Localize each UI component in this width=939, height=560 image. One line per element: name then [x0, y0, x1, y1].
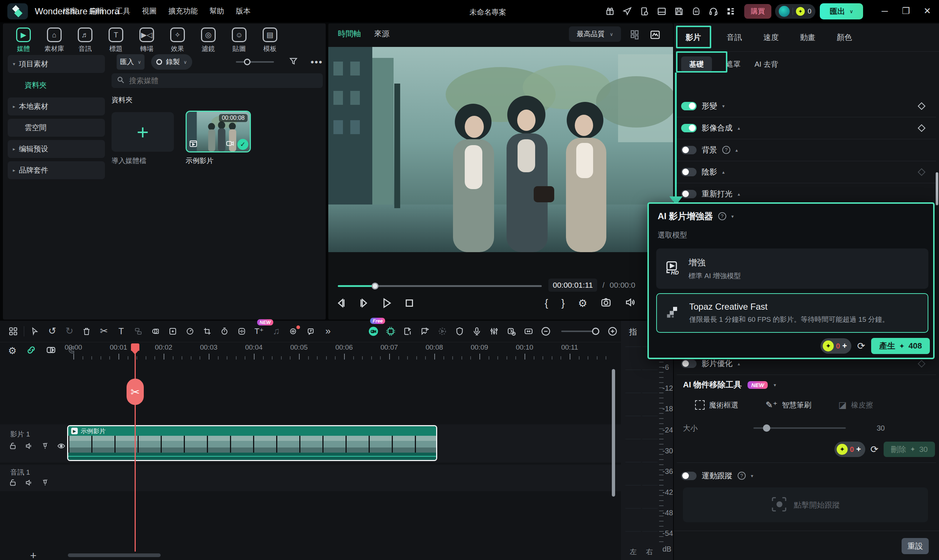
next-frame-button[interactable] [358, 297, 370, 311]
auto-ripple-icon[interactable] [26, 345, 36, 357]
relight-toggle[interactable] [681, 190, 697, 198]
keyframe-icon[interactable] [918, 102, 925, 109]
pause-shield-icon[interactable] [688, 6, 705, 16]
more-options-icon[interactable]: ••• [311, 57, 323, 68]
tool-eraser[interactable]: ◪橡皮擦 [839, 400, 873, 410]
generate-button[interactable]: 產生 ✦ 408 [871, 338, 930, 354]
tab-templates[interactable]: ▤模板 [254, 28, 285, 53]
keyframe-icon[interactable] [918, 360, 925, 367]
redo-icon[interactable]: ↻ [61, 325, 78, 337]
speed-tool-icon[interactable] [182, 327, 199, 336]
audio-detach-icon[interactable]: ♫ [268, 325, 285, 337]
enhancer-credits-pill[interactable]: ✦0+ [820, 338, 851, 354]
menu-help[interactable]: 幫助 [204, 6, 230, 16]
play-button[interactable] [380, 297, 393, 311]
headset-icon[interactable] [705, 6, 722, 16]
timeline-clip[interactable]: ▶ 示例影片 [67, 425, 437, 461]
refresh-icon[interactable]: ⟳ [857, 340, 865, 352]
mask-tool-icon[interactable] [147, 327, 164, 336]
timeline-ruler[interactable]: 00:00 00:01 00:02 00:03 00:04 00:05 00:0… [65, 343, 617, 361]
delete-object-button[interactable]: 刪除 ✦ 30 [883, 442, 935, 457]
slider-knob[interactable] [763, 425, 770, 432]
tab-filters[interactable]: ◎濾鏡 [193, 28, 224, 53]
export-button[interactable]: 匯出 ∨ [820, 3, 863, 19]
playback-quality-select[interactable]: 最高品質 ∨ [569, 26, 621, 42]
shadow-toggle[interactable] [681, 168, 697, 176]
undo-icon[interactable]: ↺ [44, 325, 61, 337]
menu-extensions[interactable]: 擴充功能 [162, 6, 204, 16]
keyframe-icon[interactable] [918, 168, 925, 175]
sidebar-item-local-assets[interactable]: ▸本地素材 [8, 97, 105, 115]
send-feedback-icon[interactable] [619, 6, 636, 16]
tool-magic-marquee[interactable]: 魔術框選 [695, 400, 739, 410]
scrub-slider[interactable] [338, 285, 542, 287]
window-close-button[interactable]: ✕ [919, 6, 935, 16]
add-patch-icon[interactable] [164, 327, 182, 336]
sidebar-item-edit-presets[interactable]: ▸编辑预设 [8, 140, 105, 158]
scopes-icon[interactable] [649, 29, 661, 42]
track-lock-icon[interactable] [9, 478, 17, 488]
track-voice-icon[interactable] [41, 442, 49, 452]
tab-stickers[interactable]: ☺貼圖 [224, 28, 254, 53]
zoom-out-icon[interactable] [537, 326, 555, 337]
timeline-zoom-slider[interactable] [561, 331, 597, 332]
save-icon[interactable] [671, 6, 688, 16]
filter-icon[interactable] [289, 57, 298, 68]
menu-tools[interactable]: 工具 [109, 6, 136, 16]
preview-settings-icon[interactable]: ⚙ [578, 297, 587, 309]
record-button[interactable]: 錄製∨ [151, 54, 192, 70]
snapshot-icon[interactable] [600, 297, 611, 309]
scrub-knob[interactable] [372, 283, 379, 289]
timeline-settings-icon[interactable]: ⚙ [8, 345, 17, 357]
sidebar-item-cloud[interactable]: 雲空間 [8, 119, 105, 137]
background-toggle[interactable] [681, 146, 697, 154]
slider-knob[interactable] [592, 328, 599, 335]
tab-speed[interactable]: 速度 [763, 32, 779, 43]
group-icon[interactable] [130, 327, 147, 336]
compositing-toggle[interactable] [681, 124, 697, 132]
track-hide-icon[interactable] [57, 442, 65, 452]
keyframe-icon[interactable] [918, 124, 925, 132]
slider-knob[interactable] [244, 58, 251, 65]
more-tools-icon[interactable]: » [319, 325, 337, 337]
tab-titles[interactable]: T標題 [100, 28, 131, 53]
search-input[interactable] [129, 77, 305, 85]
sidebar-item-project-assets[interactable]: ▾項目素材 [8, 55, 105, 73]
split-playhead-button[interactable]: ✂ [126, 378, 144, 405]
timeline-hscrollbar[interactable] [68, 554, 161, 557]
reset-button[interactable]: 重設 [902, 538, 929, 554]
tab-effects[interactable]: ✧效果 [162, 28, 193, 53]
video-enhance-toggle[interactable] [681, 360, 697, 368]
import-media-tile[interactable]: + [111, 112, 174, 152]
help-icon[interactable]: ? [738, 472, 746, 480]
window-maximize-button[interactable]: ❐ [898, 6, 914, 16]
shield-marker-icon[interactable] [451, 326, 469, 336]
model-card-topaz[interactable]: Topaz Creative Fast 僅限最長 1 分鐘和 60 FPS 的影… [656, 293, 928, 333]
render-preview-icon[interactable] [434, 326, 451, 336]
brush-size-slider[interactable] [753, 427, 846, 429]
mixer-icon[interactable] [486, 326, 503, 336]
layout-icon[interactable] [653, 6, 670, 16]
tab-media[interactable]: ▶媒體 [8, 28, 39, 53]
duration-icon[interactable] [216, 327, 233, 336]
audio-stretch-icon[interactable] [233, 327, 251, 336]
keyframe-clip-icon[interactable] [503, 326, 520, 336]
previous-frame-button[interactable] [335, 297, 347, 311]
crop-icon[interactable] [199, 327, 216, 336]
tab-animation[interactable]: 動畫 [800, 32, 816, 43]
mark-out-button[interactable]: } [561, 297, 564, 309]
motion-tracking-toggle[interactable] [681, 472, 697, 480]
track-mute-icon[interactable] [25, 442, 33, 452]
volume-icon[interactable] [624, 297, 636, 309]
link-clips-icon[interactable] [46, 345, 56, 357]
tracking-start-box[interactable]: 點擊開始跟蹤 [683, 488, 928, 522]
ai-audio-icon[interactable] [285, 327, 302, 336]
playhead-handle[interactable] [131, 343, 139, 351]
removal-credits-pill[interactable]: ✦0+ [834, 442, 865, 457]
account-credits-pill[interactable]: ✦ 0 [775, 4, 816, 19]
preview-tab-timeline[interactable]: 時間軸 [338, 29, 361, 39]
thumbnail-size-slider[interactable] [236, 61, 274, 63]
apps-grid-icon[interactable] [722, 6, 739, 16]
tab-transitions[interactable]: ▶◁轉場 [131, 28, 162, 53]
track-mute-icon[interactable] [25, 478, 33, 488]
